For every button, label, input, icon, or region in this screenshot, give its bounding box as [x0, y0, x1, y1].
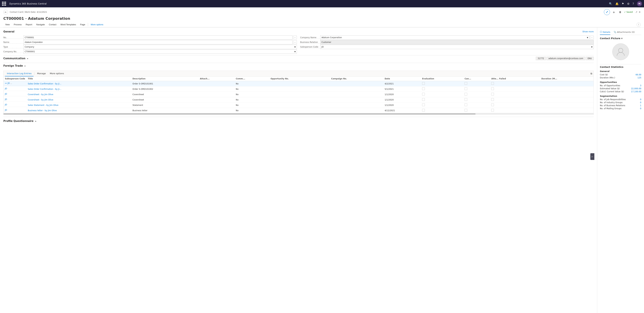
menu-contact[interactable]: Contact: [47, 22, 58, 27]
search-icon[interactable]: 🔍: [609, 2, 612, 5]
salesperson-link[interactable]: JO: [5, 109, 7, 111]
table-scrollbar[interactable]: [4, 113, 594, 115]
can-checkbox[interactable]: [464, 104, 467, 106]
can-checkbox[interactable]: [464, 82, 467, 85]
user-avatar[interactable]: IK: [637, 1, 642, 6]
menu-word-templates[interactable]: Word Templates: [58, 22, 78, 27]
expand-panel-button[interactable]: ▷: [590, 153, 594, 160]
header-actions: + 🗑 ✓ Saved ↗ ✕: [604, 9, 641, 15]
tab-manage[interactable]: Manage: [35, 71, 48, 76]
settings-icon[interactable]: ⚙: [627, 2, 630, 5]
stats-job-resp-value[interactable]: 0: [640, 98, 641, 101]
edit-button[interactable]: [604, 9, 610, 15]
stats-industry-value[interactable]: 0: [640, 101, 641, 104]
stats-business-rel-value[interactable]: 1: [640, 104, 641, 107]
notification-icon[interactable]: 🔔: [615, 2, 619, 5]
salesperson-link[interactable]: JO: [5, 93, 7, 95]
comm-phone[interactable]: 31772: [536, 57, 546, 60]
side-tab-attachments[interactable]: 📎 Attachments (0): [614, 29, 635, 35]
delete-button[interactable]: 🗑: [618, 9, 623, 14]
menu-navigate[interactable]: Navigate: [34, 22, 47, 27]
evaluation-checkbox[interactable]: [422, 93, 425, 95]
cell-evaluation: [421, 86, 463, 92]
att-failed-checkbox[interactable]: [491, 82, 494, 85]
stats-duration-value[interactable]: 125: [638, 77, 641, 79]
menu-page[interactable]: Page: [78, 22, 87, 27]
title-link[interactable]: Coversheet - by Jim Olive: [28, 93, 53, 96]
can-checkbox[interactable]: [464, 109, 467, 112]
att-failed-checkbox[interactable]: [491, 87, 494, 90]
title-link[interactable]: Coversheet - by Jim Olive: [28, 99, 53, 101]
context-menu-btn[interactable]: …: [10, 82, 12, 84]
menu-report[interactable]: Report: [24, 22, 34, 27]
comm-language[interactable]: ENU: [586, 57, 594, 60]
stats-mailing-value[interactable]: 0: [640, 107, 641, 110]
field-name-input[interactable]: [24, 40, 292, 44]
external-link-icon[interactable]: ⧉: [590, 72, 592, 75]
field-business-relation-label: Business Relation: [300, 41, 320, 43]
table-row[interactable]: JO Sales Order Confirmation - by Ji... O…: [4, 86, 594, 92]
title-link[interactable]: Business letter - by Jim Olive: [28, 109, 57, 112]
comm-email[interactable]: adatum.corporation@contoso.com: [546, 57, 585, 60]
back-button[interactable]: ←: [3, 10, 8, 14]
field-company-name-select[interactable]: Adatum Corporation ▼: [320, 35, 589, 40]
cell-can: [463, 103, 490, 108]
add-button[interactable]: +: [611, 9, 616, 14]
field-no-ellipsis[interactable]: ⋯: [293, 36, 297, 39]
field-salesperson-code-select[interactable]: JO ▼: [320, 45, 594, 49]
evaluation-checkbox[interactable]: [422, 98, 425, 101]
title-link[interactable]: Sales Order Confirmation - by Ji...: [28, 88, 62, 90]
info-icon[interactable]: i: [636, 23, 641, 27]
evaluation-checkbox[interactable]: [422, 87, 425, 90]
table-row[interactable]: → JO … Sales Order Confirmation - by Ji.…: [4, 81, 594, 86]
collapse-icon[interactable]: ✕: [639, 11, 641, 13]
stats-no-opp-value[interactable]: 3: [640, 84, 641, 87]
field-company-name-ellipsis[interactable]: ⋯: [590, 36, 594, 39]
table-row[interactable]: JO Coversheet - by Jim Olive Coversheet …: [4, 92, 594, 97]
field-name-ellipsis[interactable]: ⋯: [293, 40, 297, 44]
waffle-menu[interactable]: [2, 2, 6, 6]
stats-business-rel-label: No. of Business Relations: [600, 104, 625, 107]
can-checkbox[interactable]: [464, 93, 467, 95]
open-new-window-icon[interactable]: ↗: [636, 11, 638, 13]
side-tab-details[interactable]: ⓘ Details: [600, 29, 610, 35]
table-row[interactable]: JO Sales Statement - by Jim Olive Statem…: [4, 103, 594, 108]
flag-icon[interactable]: ⚑: [622, 2, 624, 5]
field-type-select[interactable]: Company ▼: [24, 45, 297, 49]
att-failed-checkbox[interactable]: [491, 93, 494, 95]
stats-cost-value[interactable]: 66.00: [636, 74, 641, 76]
title-link[interactable]: Sales Statement - by Jim Olive: [28, 104, 58, 106]
stats-est-value-value[interactable]: 22,000.00: [631, 87, 641, 90]
contact-picture-chevron[interactable]: ∨: [621, 37, 623, 39]
stats-calcd-value[interactable]: 17,100.00: [631, 90, 641, 93]
title-link[interactable]: Sales Order Confirmation - by Ji...: [28, 83, 62, 85]
cell-description: Statement: [131, 103, 198, 108]
cell-description: Coversheet: [131, 92, 198, 97]
can-checkbox[interactable]: [464, 87, 467, 90]
field-no-input[interactable]: [24, 35, 292, 40]
menu-more-options[interactable]: More options: [89, 22, 105, 27]
tab-interaction-log[interactable]: Interaction Log Entries: [5, 71, 34, 76]
help-icon[interactable]: ?: [632, 2, 634, 5]
menu-new[interactable]: New: [3, 22, 12, 27]
field-type-label: Type: [3, 46, 24, 48]
salesperson-link[interactable]: JO: [5, 104, 7, 106]
evaluation-checkbox[interactable]: [422, 82, 425, 85]
salesperson-link[interactable]: JO: [5, 87, 7, 90]
att-failed-checkbox[interactable]: [491, 109, 494, 112]
evaluation-checkbox[interactable]: [422, 109, 425, 112]
salesperson-link[interactable]: JO: [8, 82, 10, 84]
show-more-general[interactable]: Show more: [582, 30, 594, 33]
table-row[interactable]: JO Coversheet - by Jim Olive Coversheet …: [4, 97, 594, 103]
tab-more-options[interactable]: More options: [48, 71, 66, 76]
att-failed-checkbox[interactable]: [491, 98, 494, 101]
menu-process[interactable]: Process: [12, 22, 24, 27]
table-row[interactable]: JO Business letter - by Jim Olive Busine…: [4, 108, 594, 113]
cell-date: 1/1/2020: [383, 97, 421, 103]
can-checkbox[interactable]: [464, 98, 467, 101]
foreign-trade-section: Foreign Trade ►: [3, 63, 594, 69]
field-company-no-select[interactable]: CT000001 ▼: [24, 49, 297, 54]
evaluation-checkbox[interactable]: [422, 104, 425, 106]
att-failed-checkbox[interactable]: [491, 104, 494, 106]
salesperson-link[interactable]: JO: [5, 98, 7, 101]
